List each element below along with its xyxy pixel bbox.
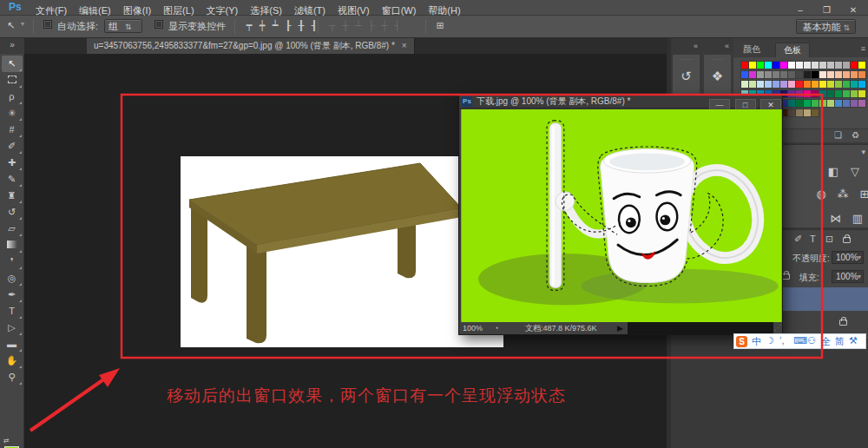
color-swatch[interactable] <box>788 81 795 88</box>
color-swatch[interactable] <box>851 62 858 69</box>
blur-tool[interactable]: ❜ <box>2 254 23 270</box>
eraser-tool[interactable]: ▱ <box>2 221 23 237</box>
color-swatch[interactable] <box>804 62 811 69</box>
color-swatch[interactable] <box>741 81 748 88</box>
color-swatch[interactable] <box>827 90 834 97</box>
color-swatch[interactable] <box>780 81 787 88</box>
show-transform-checkbox[interactable] <box>155 20 163 29</box>
color-swatch[interactable] <box>819 62 826 69</box>
color-swatch[interactable] <box>780 62 787 69</box>
color-swatch[interactable] <box>819 81 826 88</box>
dock-collapse-right[interactable]: « <box>703 42 732 52</box>
move-tool[interactable]: ↖ <box>2 56 23 72</box>
color-swatch[interactable] <box>819 100 826 107</box>
color-swatch[interactable] <box>749 71 756 78</box>
align-icon[interactable]: ┿ <box>256 20 268 31</box>
zoom-tool[interactable]: ⚲ <box>2 369 23 385</box>
toolbar-collapse-button[interactable]: » <box>0 38 24 54</box>
color-swatch[interactable] <box>757 81 764 88</box>
healing-brush-tool[interactable]: ✚ <box>2 155 23 171</box>
color-swatch[interactable] <box>788 71 795 78</box>
color-swatch[interactable] <box>749 62 756 69</box>
color-swatch[interactable] <box>796 100 803 107</box>
color-swatch[interactable] <box>812 81 819 88</box>
color-swatch[interactable] <box>765 81 772 88</box>
ime-toolbar[interactable]: S 中☽’,⌨⚇全简⚒ <box>733 333 866 349</box>
adjustment-icon[interactable]: ⁂ <box>834 187 852 202</box>
color-swatch[interactable] <box>812 71 819 78</box>
floating-document-window[interactable]: Ps 下载.jpg @ 100% (背景 副本, RGB/8#) * — □ ✕ <box>458 94 783 335</box>
opacity-value[interactable]: 100%▾ <box>832 251 864 264</box>
adjustment-icon[interactable]: ◍ <box>812 187 830 202</box>
tab-close-icon[interactable]: × <box>402 41 407 50</box>
color-swatch[interactable] <box>804 81 811 88</box>
color-swatch[interactable] <box>796 109 803 116</box>
hand-tool[interactable]: ✋ <box>2 352 23 369</box>
color-swatch[interactable] <box>741 71 748 78</box>
layer-lock-icon[interactable]: T <box>810 234 816 244</box>
resize-grip-icon[interactable]: ⋰ <box>774 322 781 334</box>
color-swatch[interactable] <box>773 71 779 78</box>
new-swatch-icon[interactable]: ❏ <box>834 130 842 140</box>
sogou-logo-icon[interactable]: S <box>736 336 747 347</box>
color-swatch[interactable] <box>812 100 819 107</box>
color-swatch[interactable] <box>812 109 819 116</box>
magic-wand-tool[interactable]: ✳ <box>2 105 23 122</box>
float-window-titlebar[interactable]: Ps 下载.jpg @ 100% (背景 副本, RGB/8#) * — □ ✕ <box>459 95 782 109</box>
lock-all-icon[interactable] <box>843 237 851 243</box>
color-swatch[interactable] <box>804 71 811 78</box>
adjustment-icon[interactable]: ◧ <box>825 164 842 180</box>
color-swatch[interactable] <box>788 100 795 107</box>
status-expand-icon[interactable]: ▶ <box>617 322 623 334</box>
color-swatch[interactable] <box>843 71 850 78</box>
color-swatch[interactable] <box>835 100 842 107</box>
color-swatch[interactable] <box>796 71 803 78</box>
path-select-tool[interactable]: ▷ <box>2 320 23 336</box>
layer-lock-icon[interactable]: ⊡ <box>825 234 833 245</box>
color-swatch[interactable] <box>757 62 764 69</box>
fill-value[interactable]: 100%▾ <box>832 270 864 283</box>
color-swatch[interactable] <box>843 90 850 97</box>
tab-swatches[interactable]: 色板 <box>775 43 810 57</box>
color-swatch[interactable] <box>749 81 756 88</box>
history-panel-button[interactable]: ‥‥‥↺ <box>672 54 700 97</box>
move-tool-preset-icon[interactable]: ↖ <box>7 20 15 31</box>
color-swatch[interactable] <box>765 62 772 69</box>
color-swatch[interactable] <box>827 81 834 88</box>
color-swatch[interactable] <box>796 81 803 88</box>
color-swatch[interactable] <box>741 62 748 69</box>
adjustment-icon[interactable]: ⊞ <box>856 187 868 202</box>
color-swatch[interactable] <box>851 100 858 107</box>
ime-icon[interactable]: ⌨ <box>793 335 807 346</box>
color-swatch[interactable] <box>843 100 850 107</box>
color-swatch[interactable] <box>788 90 795 97</box>
color-swatch[interactable] <box>819 90 826 97</box>
color-swatch[interactable] <box>851 71 858 78</box>
adjustment-icon[interactable]: ▥ <box>849 211 866 227</box>
history-brush-tool[interactable]: ↺ <box>2 204 23 221</box>
color-swatch[interactable] <box>851 90 858 97</box>
delete-swatch-icon[interactable]: ♻ <box>852 130 859 140</box>
color-swatch[interactable] <box>819 71 826 78</box>
ime-icon[interactable]: 中 <box>752 335 761 348</box>
auto-align-button[interactable]: ⊞ <box>434 20 446 31</box>
color-swatch[interactable] <box>858 90 865 97</box>
adjustment-icon[interactable]: ▽ <box>846 164 864 180</box>
color-swatch[interactable] <box>835 81 842 88</box>
color-swatch[interactable] <box>788 62 795 69</box>
lasso-tool[interactable]: ρ <box>2 89 23 105</box>
eyedropper-tool[interactable]: ✐ <box>2 138 23 155</box>
dodge-tool[interactable]: ◎ <box>2 270 23 287</box>
shape-tool[interactable]: ▬ <box>2 336 23 352</box>
ime-icon[interactable]: 简 <box>835 335 845 348</box>
color-swatch[interactable] <box>788 109 795 116</box>
swap-colors-icon[interactable]: ⇄ <box>3 437 21 445</box>
crop-tool[interactable]: # <box>2 122 23 138</box>
minimize-button[interactable]: – <box>789 5 812 15</box>
type-tool[interactable]: T <box>2 303 23 320</box>
color-swatch[interactable] <box>796 90 803 97</box>
align-icon[interactable]: ┷ <box>269 20 281 31</box>
styles-panel-button[interactable]: ‥‥‥❖ <box>703 54 732 97</box>
gradient-tool[interactable] <box>2 237 23 254</box>
ime-icon[interactable]: 全 <box>821 335 831 348</box>
